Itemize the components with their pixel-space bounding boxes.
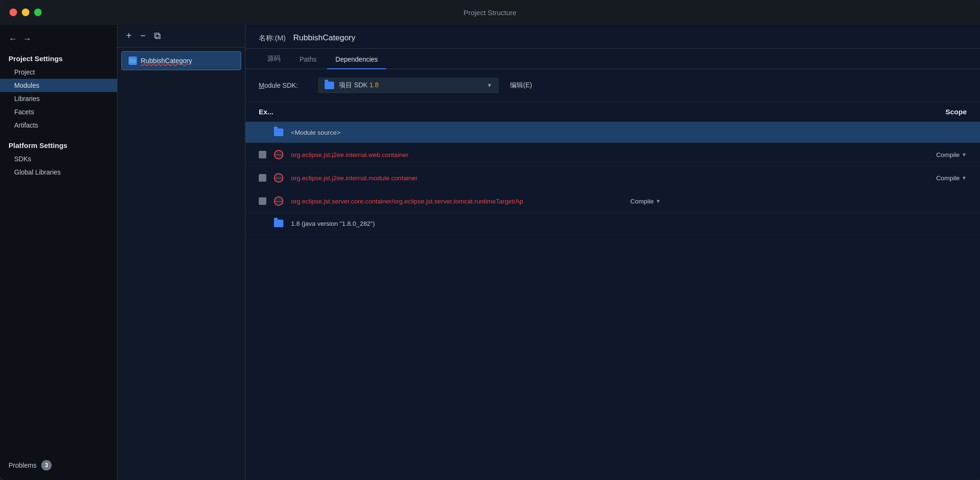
content-header: 名称:(M) RubbishCategory	[245, 25, 980, 49]
sidebar-item-modules[interactable]: Modules	[0, 79, 117, 92]
tabs-row: 源码 Paths Dependencies	[245, 49, 980, 69]
dep-globe-icon	[274, 150, 283, 159]
name-field-label: 名称:(M)	[259, 34, 286, 43]
sidebar-item-label: Modules	[14, 82, 39, 89]
dep-name: 1.8 (java version "1.8.0_282")	[291, 220, 959, 227]
tab-dependencies[interactable]: Dependencies	[327, 50, 387, 69]
copy-module-button[interactable]: ⧉	[152, 29, 163, 42]
dep-checkbox[interactable]	[259, 197, 266, 205]
dep-checkbox[interactable]	[259, 151, 266, 158]
sidebar-item-label: SDKs	[14, 155, 31, 163]
sdk-folder-icon	[325, 82, 334, 89]
sidebar-nav: ← →	[0, 30, 117, 52]
dep-name: org.eclipse.jst.j2ee.internal.module.con…	[291, 175, 929, 182]
dep-row-module-source[interactable]: <Module source>	[245, 122, 980, 143]
window-title: Project Structure	[463, 9, 517, 17]
problems-label: Problems	[9, 462, 36, 469]
dep-folder-icon	[274, 220, 283, 227]
scope-dropdown-icon[interactable]: ▼	[962, 175, 967, 181]
sidebar-item-global-libraries[interactable]: Global Libraries	[0, 166, 117, 179]
dep-scope: Compile ▼	[936, 151, 967, 158]
main-layout: ← → Project Settings Project Modules Lib…	[0, 25, 980, 480]
content-panel: 名称:(M) RubbishCategory 源码 Paths Dependen…	[245, 25, 980, 480]
sdk-edit-button[interactable]: 编辑(E)	[510, 81, 532, 90]
add-module-button[interactable]: +	[124, 29, 134, 42]
module-list-item[interactable]: RubbishCategory	[121, 51, 241, 70]
module-folder-icon	[128, 56, 137, 65]
sidebar-item-label: Facets	[14, 108, 34, 116]
dep-scope: Compile ▼	[936, 175, 967, 182]
maximize-button[interactable]	[34, 9, 42, 16]
sdk-label: Module SDK:	[259, 82, 311, 89]
project-settings-title: Project Settings	[0, 52, 117, 65]
sidebar-item-label: Global Libraries	[14, 168, 61, 176]
problems-row[interactable]: Problems 3	[0, 456, 117, 474]
sidebar-item-label: Libraries	[14, 95, 40, 102]
scope-dropdown-icon[interactable]: ▼	[656, 198, 661, 204]
close-button[interactable]	[9, 9, 17, 16]
dep-checkbox[interactable]	[259, 174, 266, 182]
deps-col-ex: Ex...	[259, 108, 273, 116]
sdk-dropdown-arrow-icon: ▼	[487, 82, 492, 89]
scope-dropdown-icon[interactable]: ▼	[962, 152, 967, 157]
window-controls	[9, 9, 42, 16]
dep-name: org.eclipse.jst.j2ee.internal.web.contai…	[291, 151, 929, 158]
sidebar-item-libraries[interactable]: Libraries	[0, 92, 117, 105]
sidebar-item-sdks[interactable]: SDKs	[0, 152, 117, 166]
sdk-dropdown-text: 项目 SDK 1.8	[339, 81, 482, 90]
sidebar-item-label: Artifacts	[14, 121, 38, 129]
dep-folder-icon	[274, 129, 283, 136]
sdk-version: 1.8	[370, 81, 379, 89]
dep-name: org.eclipse.jst.server.core.container/or…	[291, 198, 623, 205]
problems-badge: 3	[41, 460, 52, 471]
remove-module-button[interactable]: −	[138, 29, 148, 42]
forward-button[interactable]: →	[23, 34, 31, 44]
sidebar-item-facets[interactable]: Facets	[0, 105, 117, 119]
dep-row-module-container[interactable]: org.eclipse.jst.j2ee.internal.module.con…	[245, 166, 980, 190]
deps-col-scope: Scope	[945, 108, 967, 116]
sdk-row: Module SDK: 项目 SDK 1.8 ▼ 编辑(E)	[245, 69, 980, 102]
dependencies-table: Ex... Scope <Module source> org.eclipse.…	[245, 102, 980, 480]
sidebar-item-label: Project	[14, 68, 35, 76]
sidebar-item-artifacts[interactable]: Artifacts	[0, 119, 117, 132]
deps-table-header: Ex... Scope	[245, 102, 980, 122]
sidebar-item-project[interactable]: Project	[0, 65, 117, 79]
minimize-button[interactable]	[22, 9, 29, 16]
dep-row-tomcat-container[interactable]: org.eclipse.jst.server.core.container/or…	[245, 190, 980, 213]
sdk-dropdown[interactable]: 项目 SDK 1.8 ▼	[318, 78, 499, 93]
titlebar: Project Structure	[0, 0, 980, 25]
back-button[interactable]: ←	[9, 34, 17, 44]
module-name: RubbishCategory	[141, 57, 192, 65]
dep-name: <Module source>	[291, 129, 959, 136]
dep-row-jdk18[interactable]: 1.8 (java version "1.8.0_282")	[245, 213, 980, 234]
tab-sources[interactable]: 源码	[259, 49, 289, 69]
dep-globe-icon	[274, 173, 283, 183]
dep-scope: Compile ▼	[630, 198, 661, 205]
dep-globe-icon	[274, 196, 283, 206]
module-name-value: RubbishCategory	[293, 33, 355, 43]
module-panel: + − ⧉ RubbishCategory	[118, 25, 245, 480]
sidebar: ← → Project Settings Project Modules Lib…	[0, 25, 118, 480]
dep-row-web-container[interactable]: org.eclipse.jst.j2ee.internal.web.contai…	[245, 143, 980, 166]
platform-settings-title: Platform Settings	[0, 138, 117, 152]
tab-paths[interactable]: Paths	[291, 50, 325, 69]
module-toolbar: + − ⧉	[118, 25, 245, 47]
